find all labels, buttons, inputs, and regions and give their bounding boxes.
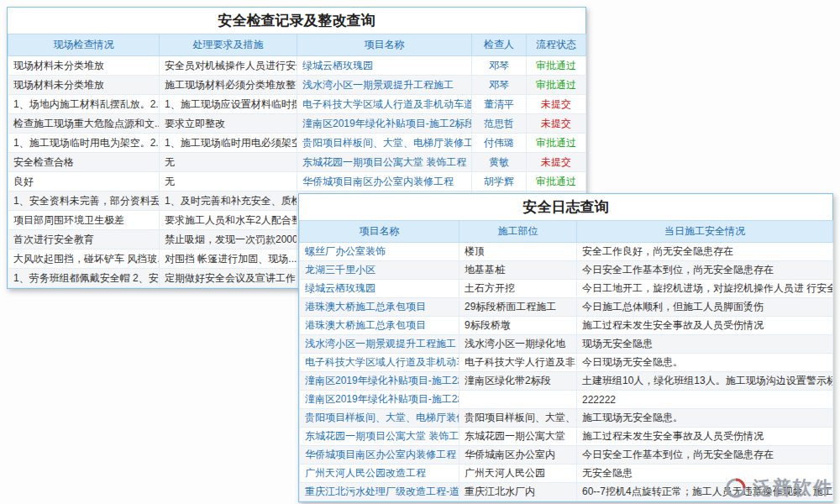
inspector-cell[interactable]: 付伟璐 <box>472 134 527 153</box>
project-link-cell[interactable]: 华侨城项目南区办公室内装修工程 <box>297 172 472 192</box>
table-cell: 华侨城南区办公室内 <box>459 446 577 465</box>
project-link-cell[interactable]: 潼南区2019年绿化补贴项目-施工2标段 <box>300 372 459 391</box>
inspector-cell[interactable]: 邓琴 <box>472 76 527 95</box>
table-cell: 施工现场材料必须分类堆放整齐... <box>160 76 297 95</box>
column-header: 项目名称 <box>297 34 472 56</box>
project-link-cell[interactable]: 华侨城项目南区办公室内装修工程 <box>300 446 459 465</box>
table-row: 华侨城项目南区办公室内装修工程华侨城南区办公室内今日安全工作基本到位，尚无安全隐… <box>300 446 833 465</box>
table-row: 龙湖三千里小区地基基桩今日安全工作基本到位，尚无安全隐患存在 <box>300 261 833 280</box>
table-cell: 今日安全工作基本到位，尚无安全隐患存在 <box>577 446 833 465</box>
project-link-cell[interactable]: 广州天河人民公园改造工程 <box>300 465 459 483</box>
project-link-cell[interactable]: 绿城云栖玫瑰园 <box>297 56 472 76</box>
project-link-cell[interactable]: 电子科技大学区域人行道及非机动车道工程 <box>297 95 472 114</box>
table-cell: 1、施工现场临时用电为架空。2... <box>8 134 160 153</box>
table-cell: 施工过程未发生安全事故及人员受伤情况 <box>577 428 833 446</box>
inspector-cell[interactable]: 范思哲 <box>472 114 527 134</box>
inspection-header-row: 现场检查情况处理要求及措施项目名称检查人流程状态 <box>8 34 586 56</box>
table-cell: 楼顶 <box>459 243 577 261</box>
project-link-cell[interactable]: 龙湖三千里小区 <box>300 261 459 280</box>
table-cell: 东城花园一期公寓大堂 <box>459 428 577 446</box>
project-link-cell[interactable]: 重庆江北污水处理厂级改造工程-道路修复 <box>300 483 459 501</box>
table-row: 检查施工现场重大危险点源和文...要求立即整改潼南区2019年绿化补贴项目-施工… <box>8 114 586 134</box>
table-cell: 今日现场无安全隐患。 <box>577 354 833 372</box>
table-cell: 1、及时完善和补充安全、质检... <box>160 192 297 211</box>
table-cell: 今日施工总体顺利，但施工人员脚面烫伤 <box>577 298 833 317</box>
table-row: 螺丝厂办公室装饰楼顶安全工作良好，尚无安全隐患存在 <box>300 243 833 261</box>
column-header: 处理要求及措施 <box>160 34 297 56</box>
column-header: 施工部位 <box>459 221 577 243</box>
table-cell: 无 <box>160 153 297 172</box>
project-link-cell[interactable]: 电子科技大学区域人行道及非机动车道工程 <box>300 354 459 372</box>
table-cell: 广州天河人民公园 <box>459 465 577 483</box>
log-table-body: 螺丝厂办公室装饰楼顶安全工作良好，尚无安全隐患存在龙湖三千里小区地基基桩今日安全… <box>300 243 833 501</box>
project-link-cell[interactable]: 港珠澳大桥施工总承包项目 <box>300 298 459 317</box>
table-row: 现场材料未分类堆放安全员对机械操作人员进行安全...绿城云栖玫瑰园邓琴审批通过 <box>8 56 586 76</box>
table-cell: 土建班组10人，绿化班组13人。施工现场沟边设置警示标识，... <box>577 372 833 391</box>
project-link-cell[interactable]: 东城花园一期项目公寓大堂 装饰工程 <box>297 153 472 172</box>
status-cell: 审批通过 <box>527 134 586 153</box>
table-row: 广州天河人民公园改造工程广州天河人民公园无安全隐患 <box>300 465 833 483</box>
table-cell: 浅水湾小区一期绿化地 <box>459 335 577 354</box>
table-cell: 禁止吸烟，发现一次罚款2000... <box>160 230 297 249</box>
status-cell: 未提交 <box>527 95 586 114</box>
table-row: 1、施工现场临时用电为架空。2...1、施工现场临时用电必须架空...贵阳项目样… <box>8 134 586 153</box>
table-cell: 现场无安全隐患 <box>577 335 833 354</box>
table-row: 潼南区2019年绿化补贴项目-施工2标段潼南区绿化带2标段土建班组10人，绿化班… <box>300 372 833 391</box>
table-cell: 良好 <box>8 172 160 192</box>
table-cell: 项目部周围环境卫生极差 <box>8 211 160 230</box>
table-cell: 地基基桩 <box>459 261 577 280</box>
log-window-title: 安全日志查询 <box>299 194 832 220</box>
project-link-cell[interactable]: 贵阳项目样板间、大堂、电梯厅装修工程 <box>300 409 459 428</box>
table-cell: 电子科技大学人行道及非... <box>459 354 577 372</box>
project-link-cell[interactable]: 绿城云栖玫瑰园 <box>300 280 459 298</box>
safety-log-table: 项目名称施工部位当日施工安全情况 螺丝厂办公室装饰楼顶安全工作良好，尚无安全隐患… <box>299 220 833 501</box>
table-row: 绿城云栖玫瑰园土石方开挖今日工地开工，旋挖机进场，对旋挖机操作人员进 行安全技术… <box>300 280 833 298</box>
column-header: 流程状态 <box>527 34 586 56</box>
table-cell: 大风吹起围挡，碰坏铲车 风挡玻... <box>8 249 160 269</box>
table-cell: 安全员对机械操作人员进行安全... <box>160 56 297 76</box>
table-cell: 无安全隐患 <box>577 465 833 483</box>
inspection-window-title: 安全检查记录及整改查询 <box>8 8 585 34</box>
table-cell: 现场材料未分类堆放 <box>8 76 160 95</box>
table-cell: 安全检查合格 <box>8 153 160 172</box>
table-row: 贵阳项目样板间、大堂、电梯厅装修工程贵阳项目样板间、大堂、...施工现场无安全隐… <box>300 409 833 428</box>
project-link-cell[interactable]: 港珠澳大桥施工总承包项目 <box>300 317 459 335</box>
project-link-cell[interactable]: 潼南区2019年绿化补贴项目-施工2标段 <box>300 391 459 409</box>
status-cell: 未提交 <box>527 114 586 134</box>
table-row: 港珠澳大桥施工总承包项目29标段桥面工程施工今日施工总体顺利，但施工人员脚面烫伤 <box>300 298 833 317</box>
project-link-cell[interactable]: 潼南区2019年绿化补贴项目-施工2标段 <box>297 114 472 134</box>
table-cell: 贵阳项目样板间、大堂、... <box>459 409 577 428</box>
table-cell: 1、施工现场应设置材料临时摆... <box>160 95 297 114</box>
table-cell: 1、施工现场临时用电必须架空... <box>160 134 297 153</box>
table-cell: 无 <box>160 172 297 192</box>
log-header-row: 项目名称施工部位当日施工安全情况 <box>300 221 833 243</box>
table-cell: 222222 <box>577 391 833 409</box>
project-link-cell[interactable]: 浅水湾小区一期景观提升工程施工 <box>297 76 472 95</box>
column-header: 项目名称 <box>300 221 459 243</box>
table-cell: 土石方开挖 <box>459 280 577 298</box>
inspector-cell[interactable]: 胡学辉 <box>472 172 527 192</box>
table-cell: 潼南区绿化带2标段 <box>459 372 577 391</box>
table-cell: 要求施工人员和水车2人配合整... <box>160 211 297 230</box>
project-link-cell[interactable]: 螺丝厂办公室装饰 <box>300 243 459 261</box>
table-cell: 对围挡 帐篷进行加固、现场... <box>160 249 297 269</box>
table-cell: 首次进行安全教育 <box>8 230 160 249</box>
project-link-cell[interactable]: 东城花园一期项目公寓大堂 装饰工程 <box>300 428 459 446</box>
table-row: 浅水湾小区一期景观提升工程施工浅水湾小区一期绿化地现场无安全隐患 <box>300 335 833 354</box>
status-cell: 审批通过 <box>527 172 586 192</box>
column-header: 当日施工安全情况 <box>577 221 833 243</box>
table-cell: 定期做好安全会议及宣讲工作 <box>160 269 297 288</box>
table-cell: 1、劳务班组都佩戴安全帽 2、安... <box>8 269 160 288</box>
table-cell: 施工现场无安全隐患。 <box>577 409 833 428</box>
table-row: 1、场地内施工材料乱摆乱放。2...1、施工现场应设置材料临时摆...电子科技大… <box>8 95 586 114</box>
status-cell: 审批通过 <box>527 76 586 95</box>
column-header: 现场检查情况 <box>8 34 160 56</box>
inspector-cell[interactable]: 邓琴 <box>472 56 527 76</box>
project-link-cell[interactable]: 贵阳项目样板间、大堂、电梯厅装修工程 <box>297 134 472 153</box>
project-link-cell[interactable]: 浅水湾小区一期景观提升工程施工 <box>300 335 459 354</box>
table-cell: 1、安全资料未完善，部分资料丢... <box>8 192 160 211</box>
inspector-cell[interactable]: 董清平 <box>472 95 527 114</box>
inspector-cell[interactable]: 黄敏 <box>472 153 527 172</box>
table-cell: 重庆江北水厂内 <box>459 483 577 501</box>
table-row: 良好无华侨城项目南区办公室内装修工程胡学辉审批通过 <box>8 172 586 192</box>
